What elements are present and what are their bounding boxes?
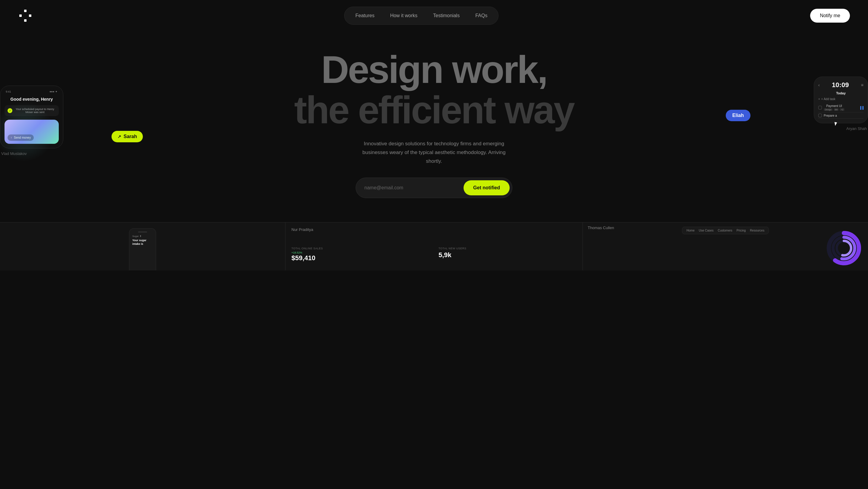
notify-me-button[interactable]: Notify me: [810, 9, 850, 23]
phone-time: 9:41: [6, 90, 11, 93]
floating-card-left: 9:41 ●●● ✦ Good evening, Henry ✓ Your sc…: [0, 86, 72, 156]
tag-sarah: Sarah: [112, 131, 143, 142]
stat-sales-change: +18.52%: [291, 251, 430, 254]
gallery-phone-text: Sugar ⬆: [132, 235, 153, 238]
svg-rect-3: [29, 14, 31, 17]
nav-preview-bar: Home Use Cases Customers Pricing Resourc…: [682, 227, 769, 234]
nav-use-cases: Use Cases: [699, 229, 714, 232]
phone-status-bar: 9:41 ●●● ✦: [4, 90, 59, 93]
nav-faqs[interactable]: FAQs: [467, 10, 495, 22]
gallery-item-phone: Sugar ⬆ Your sugar intake is: [0, 222, 285, 270]
gallery-phone-content: Your sugar intake is: [132, 239, 153, 246]
nav-testimonials[interactable]: Testimonials: [425, 10, 467, 22]
nav-home: Home: [687, 229, 695, 232]
bottom-gallery: Sugar ⬆ Your sugar intake is Nur Pradity…: [0, 222, 868, 270]
watch-mockup: ‹ 10:09 ≡ Today + + Add task Payment UI …: [814, 77, 868, 123]
phone-notch: [138, 232, 147, 233]
watch-task-name: Payment UI: [824, 104, 844, 108]
watch-time: 10:09: [832, 81, 849, 89]
svg-rect-1: [24, 19, 27, 22]
watch-tag-more: +2: [840, 108, 844, 111]
gallery-item-dashboard: Nur Praditya TOTAL ONLINE SALES +18.52% …: [285, 222, 583, 270]
card-label-vlad: Vlad Muslakov: [0, 151, 72, 156]
email-input[interactable]: [364, 185, 461, 190]
gallery-thomas-label: Thomas Cullen: [588, 225, 614, 230]
watch-tag-bill: Bill: [834, 108, 839, 111]
watch-task-2-name: Prepare a: [824, 114, 837, 117]
phone-notification: ✓ Your scheduled payout to Henry Moser w…: [4, 105, 59, 116]
gallery-item-circular: Home Use Cases Customers Pricing Resourc…: [583, 222, 868, 270]
svg-rect-2: [19, 14, 22, 17]
hero-section: 9:41 ●●● ✦ Good evening, Henry ✓ Your sc…: [0, 31, 868, 210]
stat-users-label: TOTAL NEW USERS: [438, 247, 577, 250]
card-label-aryan: Aryan Shah: [814, 126, 868, 131]
stat-sales-label: TOTAL ONLINE SALES: [291, 247, 430, 250]
nav-menu: Features How it works Testimonials FAQs: [344, 7, 498, 25]
email-form: Get notified: [355, 178, 513, 198]
watch-header: ‹ 10:09 ≡: [818, 81, 864, 89]
stat-users: TOTAL NEW USERS 5,9k: [438, 247, 577, 262]
watch-task-2-checkbox: [818, 114, 822, 117]
watch-today: Today: [818, 91, 864, 95]
gallery-nur-label: Nur Praditya: [291, 227, 577, 232]
phone-greeting: Good evening, Henry: [4, 97, 59, 101]
watch-task-1: Payment UI Design Bill +2 ▐▐: [818, 103, 864, 113]
watch-back-icon: ‹: [818, 83, 820, 87]
watch-add-task: + + Add task: [818, 97, 864, 101]
logo: [18, 8, 33, 23]
stat-sales: TOTAL ONLINE SALES +18.52% $59,410: [291, 247, 430, 262]
floating-card-right: ‹ 10:09 ≡ Today + + Add task Payment UI …: [814, 77, 868, 131]
nav-pricing: Pricing: [737, 229, 746, 232]
nav-how-it-works[interactable]: How it works: [382, 10, 425, 22]
phone-payment-card: ↑ Send money: [4, 120, 59, 144]
dashboard-stats: TOTAL ONLINE SALES +18.52% $59,410 TOTAL…: [291, 247, 577, 262]
hero-subtitle: Innovative design solutions for technolo…: [362, 140, 506, 166]
stat-users-value: 5,9k: [438, 251, 577, 259]
nav-resources: Resources: [750, 229, 764, 232]
watch-task-checkbox: [818, 106, 822, 110]
navbar: Features How it works Testimonials FAQs …: [0, 0, 868, 31]
gallery-phone-mockup: Sugar ⬆ Your sugar intake is: [129, 228, 156, 270]
nav-features[interactable]: Features: [347, 10, 382, 22]
watch-task-tags: Design Bill +2: [824, 108, 844, 111]
watch-menu-icon: ≡: [861, 83, 864, 87]
nav-customers: Customers: [718, 229, 732, 232]
stat-sales-value: $59,410: [291, 254, 430, 262]
phone-send-money: ↑ Send money: [7, 134, 34, 141]
watch-task-2: Prepare a: [818, 113, 864, 119]
phone-signals: ●●● ✦: [50, 90, 58, 93]
tag-eliah: Eliah: [726, 110, 750, 121]
circular-chart: [826, 230, 862, 267]
phone-mockup-left: 9:41 ●●● ✦ Good evening, Henry ✓ Your sc…: [0, 86, 63, 148]
watch-tag-design: Design: [824, 108, 833, 111]
get-notified-button[interactable]: Get notified: [464, 180, 510, 195]
svg-rect-0: [24, 10, 27, 12]
circular-chart-svg: [826, 230, 862, 266]
